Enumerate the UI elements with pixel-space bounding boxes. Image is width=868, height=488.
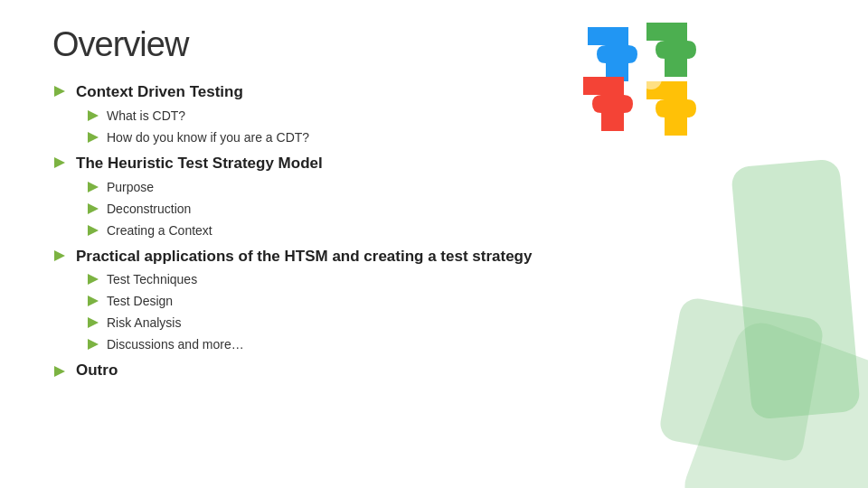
main-bullet-2: The Heuristic Test Strategy Model: [52, 153, 667, 174]
sub-bullet-2-3: Creating a Context: [87, 221, 667, 240]
sub-bullet-2-2: Deconstruction: [87, 200, 667, 219]
section-2-label: The Heuristic Test Strategy Model: [76, 153, 323, 174]
sub-bullet-text-2-1: Purpose: [107, 178, 154, 197]
sub-bullet-icon-3-3: [87, 316, 99, 329]
outro-bullet: Outro: [52, 361, 667, 380]
sub-bullet-icon-3-2: [87, 295, 99, 307]
sub-bullet-3-4: Discussions and more…: [87, 335, 667, 354]
sub-bullet-2-1: Purpose: [87, 178, 667, 197]
sub-bullet-text-3-4: Discussions and more…: [107, 335, 244, 354]
main-bullet-1: Context Driven Testing: [52, 81, 667, 103]
slide-title: Overview: [52, 25, 188, 64]
sub-bullet-icon-1-2: [87, 131, 99, 144]
sub-bullet-text-3-1: Test Techniques: [107, 270, 197, 289]
sub-bullet-text-2-3: Creating a Context: [107, 221, 212, 240]
svg-marker-4: [54, 157, 65, 168]
bullet-icon-outro: [52, 364, 67, 379]
sub-bullet-icon-1-1: [87, 109, 99, 122]
svg-marker-1: [54, 86, 65, 97]
svg-marker-11: [88, 317, 99, 328]
sub-bullet-icon-3-4: [87, 338, 99, 351]
svg-marker-5: [88, 182, 99, 192]
section-1-label: Context Driven Testing: [76, 81, 243, 103]
svg-marker-6: [88, 203, 99, 214]
sub-bullet-3-1: Test Techniques: [87, 270, 667, 289]
sub-bullet-1-2: How do you know if you are a CDT?: [87, 128, 667, 147]
bullet-icon-1: [52, 84, 67, 99]
sub-bullet-icon-2-2: [87, 202, 99, 215]
sub-bullet-text-1-1: What is CDT?: [107, 107, 185, 126]
bullet-icon-2: [52, 155, 67, 170]
svg-marker-9: [88, 274, 99, 285]
sub-bullet-icon-2-3: [87, 224, 99, 237]
svg-marker-8: [54, 250, 65, 261]
sub-bullet-icon-3-1: [87, 273, 99, 286]
sub-bullet-text-3-3: Risk Analysis: [107, 314, 181, 333]
section-3-label: Practical applications of the HTSM and c…: [76, 246, 532, 267]
svg-marker-12: [88, 339, 99, 350]
sub-bullet-1-1: What is CDT?: [87, 107, 667, 126]
sub-bullet-text-1-2: How do you know if you are a CDT?: [107, 128, 309, 147]
main-bullet-3: Practical applications of the HTSM and c…: [52, 246, 667, 267]
svg-marker-3: [88, 132, 99, 143]
sub-bullet-3-3: Risk Analysis: [87, 314, 667, 333]
sub-bullets-1: What is CDT? How do you know if you are …: [87, 107, 667, 147]
sub-bullets-3: Test Techniques Test Design Risk Analysi…: [87, 270, 667, 354]
sub-bullet-3-2: Test Design: [87, 292, 667, 311]
deco-shape-3: [731, 158, 861, 419]
sub-bullet-text-3-2: Test Design: [107, 292, 173, 311]
outro-label: Outro: [76, 361, 118, 380]
svg-marker-13: [54, 366, 65, 377]
bullet-icon-3: [52, 249, 67, 263]
sub-bullets-2: Purpose Deconstruction Creating a Contex…: [87, 178, 667, 240]
slide: Overview Context Driven Testing What is …: [0, 0, 868, 488]
svg-marker-10: [88, 296, 99, 306]
svg-marker-2: [88, 110, 99, 121]
svg-marker-7: [88, 225, 99, 236]
sub-bullet-text-2-2: Deconstruction: [107, 200, 191, 219]
content-area: Context Driven Testing What is CDT? How …: [52, 81, 667, 380]
sub-bullet-icon-2-1: [87, 181, 99, 193]
